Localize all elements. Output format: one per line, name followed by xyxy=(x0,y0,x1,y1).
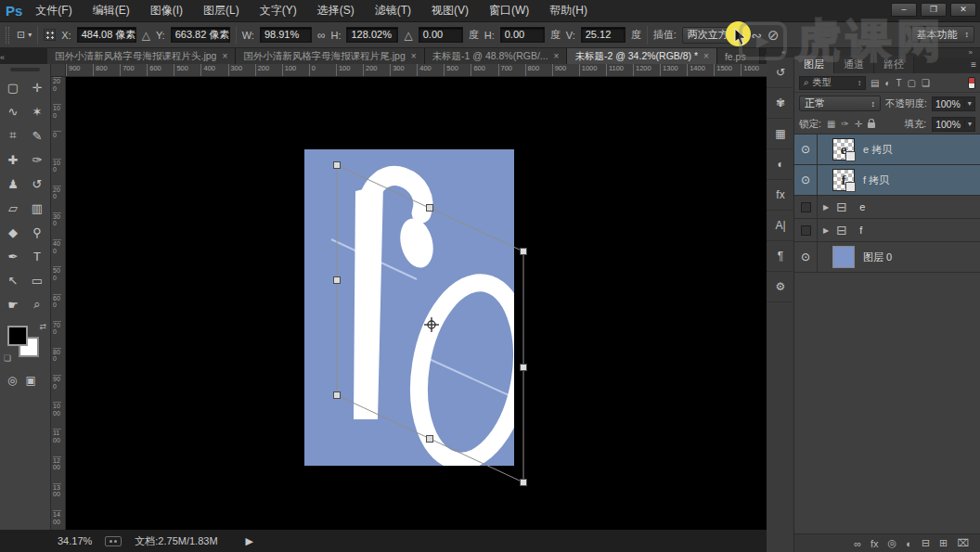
opacity-field[interactable]: 100% ▾ xyxy=(932,96,975,111)
new-group-icon[interactable]: ⊟ xyxy=(922,537,930,549)
document-tab[interactable]: 国外小清新风格字母海报课程片头.jpg × xyxy=(47,48,236,64)
document-tab[interactable]: 未标题-2 @ 34.2%(RGB/8) * × xyxy=(567,48,716,64)
quick-mask-button[interactable]: ◎ xyxy=(7,374,17,387)
transform-handle-bottom-right[interactable] xyxy=(521,480,527,486)
filter-adjustment-layers-icon[interactable]: ◐ xyxy=(884,78,890,88)
healing-brush-tool[interactable]: ✚ xyxy=(1,148,25,172)
canvas-artwork[interactable] xyxy=(66,77,767,530)
clone-stamp-tool[interactable]: ♟ xyxy=(1,172,25,196)
layer-row[interactable]: ▶ ⊟ e xyxy=(794,196,980,219)
cancel-transform-icon[interactable]: ⊘ xyxy=(767,27,780,44)
menu-item[interactable]: 编辑(E) xyxy=(93,3,130,19)
transform-handle-top-left[interactable] xyxy=(334,162,341,169)
group-expand-arrow[interactable]: ▶ xyxy=(823,203,829,212)
toolbar-collapse-icon[interactable]: « xyxy=(0,53,5,64)
menu-item[interactable]: 帮助(H) xyxy=(549,3,587,19)
filter-smart-objects-icon[interactable]: ❏ xyxy=(922,78,930,88)
menu-item[interactable]: 滤镜(T) xyxy=(375,3,411,19)
menu-item[interactable]: 图层(L) xyxy=(203,3,239,19)
layer-thumbnail[interactable]: ⊟ xyxy=(832,199,851,214)
brush-tool[interactable]: ✑ xyxy=(25,148,49,172)
link-dimensions-icon[interactable]: ∞ xyxy=(317,29,326,42)
dodge-tool[interactable]: ⚲ xyxy=(25,220,49,244)
filter-pixel-layers-icon[interactable]: ▤ xyxy=(870,78,879,88)
height-scale-field[interactable]: 128.02% xyxy=(346,27,398,43)
character-panel-icon[interactable]: A| xyxy=(767,211,794,241)
delete-layer-icon[interactable]: ⌧ xyxy=(957,537,969,549)
visibility-toggle[interactable]: ⊙ xyxy=(794,242,818,272)
add-layer-mask-icon[interactable]: ◎ xyxy=(888,537,897,549)
menu-item[interactable]: 文字(Y) xyxy=(260,3,297,19)
document-tab[interactable]: 未标题-1 @ 48.8%(RGB/... × xyxy=(425,48,568,64)
relative-position-icon[interactable]: △ xyxy=(142,29,150,42)
h-skew-field[interactable]: 0.00 xyxy=(500,27,545,43)
layer-row[interactable]: ⊙ 图层 0 xyxy=(794,242,980,273)
v-skew-field[interactable]: 25.12 xyxy=(581,27,625,43)
document-tab[interactable]: fe.ps xyxy=(717,48,760,64)
warp-mode-icon[interactable]: ∾ xyxy=(751,28,762,43)
layer-style-icon[interactable]: fx xyxy=(870,538,879,549)
blur-tool[interactable]: ◆ xyxy=(1,220,25,244)
eraser-tool[interactable]: ▱ xyxy=(1,196,25,220)
pen-tool[interactable]: ✒ xyxy=(1,244,25,268)
zoom-level-field[interactable]: 34.17% xyxy=(58,535,92,546)
new-layer-icon[interactable]: ⊞ xyxy=(939,537,948,549)
visibility-toggle[interactable] xyxy=(794,196,818,218)
link-layers-icon[interactable]: ∞ xyxy=(854,538,861,549)
transform-handle-middle-right[interactable] xyxy=(521,365,527,371)
tab-close-icon[interactable]: × xyxy=(703,51,709,61)
tab-close-icon[interactable]: × xyxy=(554,51,560,61)
history-panel-icon[interactable]: ↺ xyxy=(767,58,794,88)
tool-preset-picker[interactable]: ⊡▾ xyxy=(17,29,32,41)
type-tool[interactable]: T xyxy=(25,244,49,268)
layer-row[interactable]: ⊙ e e 拷贝 xyxy=(794,135,980,165)
adjustment-layer-icon[interactable]: ◐ xyxy=(906,538,912,549)
layer-thumbnail[interactable]: e xyxy=(832,138,855,160)
dock-expand-icon[interactable]: » xyxy=(969,48,973,57)
adjustments-panel-icon[interactable]: ◐ xyxy=(767,149,794,180)
layer-thumbnail[interactable] xyxy=(832,246,855,268)
swatches-panel-icon[interactable]: ▦ xyxy=(767,119,794,149)
rectangular-marquee-tool[interactable]: ▢ xyxy=(1,75,25,99)
maximize-button[interactable]: ❐ xyxy=(921,3,947,17)
toolbar-grip[interactable] xyxy=(10,68,40,71)
options-grip[interactable] xyxy=(6,27,9,44)
dock-collapse-icon[interactable]: « xyxy=(781,48,785,57)
layer-row[interactable]: ⊙ f f 拷贝 xyxy=(794,165,980,196)
layer-row[interactable]: ▶ ⊟ f xyxy=(794,219,980,242)
transform-handle-bottom-left[interactable] xyxy=(334,392,341,399)
zoom-tool[interactable]: ⌕ xyxy=(25,292,49,316)
filter-type-layers-icon[interactable]: T xyxy=(896,78,902,88)
ruler-corner[interactable] xyxy=(51,64,66,77)
magic-wand-tool[interactable]: ✶ xyxy=(25,99,49,123)
panel-tab[interactable]: 图层 xyxy=(794,56,834,73)
menu-item[interactable]: 文件(F) xyxy=(35,3,71,19)
path-selection-tool[interactable]: ↖ xyxy=(1,268,25,292)
tab-close-icon[interactable]: × xyxy=(222,51,227,61)
screen-mode-button[interactable]: ▣ xyxy=(25,374,35,387)
menu-item[interactable]: 视图(V) xyxy=(432,3,469,19)
styles-panel-icon[interactable]: fx xyxy=(767,180,794,211)
layer-thumbnail[interactable]: f xyxy=(832,169,855,191)
reference-point-locator[interactable] xyxy=(44,29,56,41)
hand-tool[interactable]: ☛ xyxy=(1,292,25,316)
move-tool[interactable]: ✛ xyxy=(25,75,49,99)
lasso-tool[interactable]: ∿ xyxy=(1,99,25,123)
rotation-field[interactable]: 0.00 xyxy=(419,27,463,43)
panel-menu-icon[interactable]: ≡ xyxy=(971,59,976,70)
visibility-toggle[interactable]: ⊙ xyxy=(794,165,818,195)
vertical-ruler[interactable]: 2001000100200300400500600700800900100011… xyxy=(51,77,66,530)
lock-all-icon[interactable] xyxy=(868,122,875,128)
paragraph-panel-icon[interactable]: ¶ xyxy=(767,241,794,272)
transform-handle-top-center[interactable] xyxy=(427,205,433,212)
x-position-field[interactable]: 484.08 像素 xyxy=(77,27,136,43)
properties-panel-icon[interactable]: ⚙ xyxy=(767,272,794,302)
status-expand-arrow[interactable]: ▶ xyxy=(246,535,253,547)
y-position-field[interactable]: 663.82 像素 xyxy=(171,27,230,43)
shape-tool[interactable]: ▭ xyxy=(25,268,49,292)
document-tab[interactable]: 国外小清新风格字母海报课程片尾.jpg × xyxy=(236,48,424,64)
width-scale-field[interactable]: 98.91% xyxy=(260,27,312,43)
menu-item[interactable]: 图像(I) xyxy=(150,3,183,19)
group-expand-arrow[interactable]: ▶ xyxy=(823,226,829,235)
panel-tab[interactable]: 路径 xyxy=(874,56,914,73)
